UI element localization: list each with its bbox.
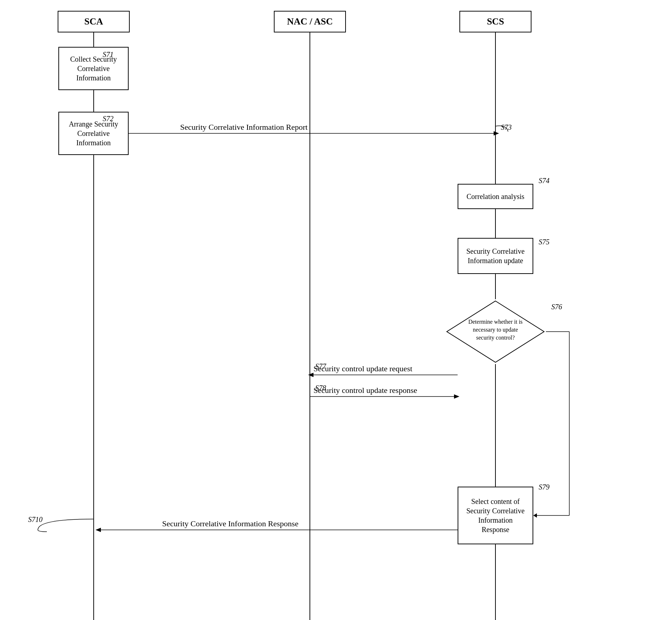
decision-diamond: Determine whether it is necessary to upd… [445, 299, 546, 364]
select-content-box: Select content ofSecurity CorrelativeInf… [458, 487, 533, 544]
step-s77: S77 [315, 362, 326, 371]
step-s76: S76 [551, 303, 562, 311]
svg-marker-19 [454, 394, 459, 399]
svg-text:necessary to update: necessary to update [473, 327, 518, 333]
svg-marker-21 [95, 528, 101, 532]
sci-report-label: Security Correlative Information Report [180, 123, 308, 132]
step-s72: S72 [103, 115, 114, 123]
arrange-box: Arrange SecurityCorrelativeInformation [58, 112, 129, 155]
svg-text:Determine whether it is: Determine whether it is [468, 319, 523, 325]
actor-scs: SCS [459, 11, 531, 32]
svg-marker-15 [533, 513, 537, 518]
security-control-request-label: Security control update request [313, 364, 412, 373]
diagram-container: SCA NAC / ASC SCS Collect SecurityCorrel… [0, 0, 672, 620]
svg-text:security control?: security control? [476, 335, 515, 341]
step-s78: S78 [315, 384, 326, 392]
collect-box: Collect SecurityCorrelativeInformation [58, 47, 129, 90]
step-s79: S79 [539, 483, 549, 491]
step-s710: S710 [28, 515, 43, 524]
step-s74: S74 [539, 177, 549, 185]
security-control-response-label: Security control update response [313, 386, 417, 395]
correlation-box: Correlation analysis [458, 184, 533, 209]
diagram-svg [0, 0, 672, 620]
actor-sca: SCA [58, 11, 130, 32]
step-s75: S75 [539, 238, 549, 246]
svg-marker-8 [494, 131, 499, 136]
actor-nac: NAC / ASC [274, 11, 346, 32]
step-s73: S73 [501, 123, 512, 132]
svg-marker-17 [308, 373, 313, 377]
sci-response-label: Security Correlative Information Respons… [162, 519, 298, 528]
sci-update-box: Security CorrelativeInformation update [458, 238, 533, 274]
step-s71: S71 [103, 50, 114, 59]
